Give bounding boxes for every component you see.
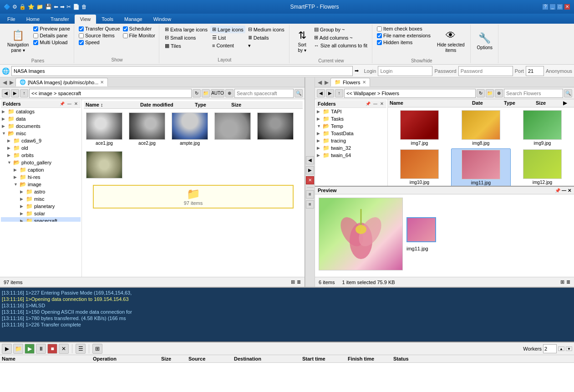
- flower-item-selected[interactable]: img11.jpg: [451, 148, 511, 186]
- tq-pause-btn[interactable]: ⏸: [36, 344, 46, 354]
- tool-icon-8[interactable]: ✂: [66, 4, 71, 10]
- multi-upload-checkbox[interactable]: Multi Upload: [32, 39, 71, 46]
- help-button[interactable]: ?: [542, 4, 549, 10]
- folder-item[interactable]: ▼ 📂 image: [1, 181, 81, 188]
- maximize-button[interactable]: □: [557, 4, 563, 10]
- right-panel-tab[interactable]: 📁 Flowers ✕: [330, 78, 370, 87]
- col-name[interactable]: Name ↕: [86, 102, 140, 107]
- right-up-btn[interactable]: ↑: [335, 89, 343, 97]
- file-monitor-input[interactable]: [123, 33, 128, 38]
- side-btn-2[interactable]: ≡: [306, 200, 314, 209]
- tq-btn-1[interactable]: ▶: [2, 344, 12, 354]
- col-date[interactable]: Date: [472, 100, 504, 106]
- folder-item[interactable]: ▶ 📁 hi-res: [1, 173, 81, 181]
- file-item[interactable]: ace1.jpg: [84, 111, 125, 148]
- tq-col-size[interactable]: Size: [161, 356, 188, 361]
- col-type[interactable]: Type: [504, 100, 536, 106]
- pin-btn[interactable]: 📌: [59, 102, 66, 106]
- left-refresh-btn[interactable]: ↻: [193, 89, 201, 97]
- multi-upload-input[interactable]: [33, 40, 38, 45]
- left-auto-btn[interactable]: AUTO: [211, 89, 224, 97]
- col-date[interactable]: Date modified: [140, 102, 195, 107]
- folder-item[interactable]: ▶ 📁 data: [1, 115, 81, 122]
- tool-icon-4[interactable]: 📁: [36, 4, 43, 10]
- folder-item[interactable]: ▶ 📁 documents: [1, 122, 81, 130]
- file-item[interactable]: ampte.jpg: [169, 111, 210, 148]
- right-nav-prev[interactable]: ◀: [317, 79, 323, 86]
- tq-col-name[interactable]: Name: [2, 356, 93, 361]
- col-size[interactable]: Size: [536, 100, 563, 106]
- right-refresh-btn[interactable]: ↻: [477, 89, 485, 97]
- left-search-btn[interactable]: 🔍: [295, 89, 303, 97]
- tab-window[interactable]: Window: [148, 15, 177, 24]
- tq-col-source[interactable]: Source: [188, 356, 234, 361]
- folder-item[interactable]: ▶ 📁 tracing: [316, 137, 386, 144]
- left-path-input[interactable]: [29, 89, 192, 98]
- source-items-checkbox[interactable]: Source Items: [78, 32, 121, 39]
- tool-icon-7[interactable]: ➡: [60, 4, 65, 10]
- flower-item[interactable]: img8.jpg: [451, 109, 511, 147]
- file-item[interactable]: [212, 111, 253, 148]
- right-folder-btn[interactable]: 📁: [486, 89, 494, 97]
- left-panel-tab[interactable]: 🌐 [NASA Images] /pub/misc/pho... ✕: [15, 78, 108, 87]
- flower-item[interactable]: img12.jpg: [513, 148, 572, 186]
- right-forward-btn[interactable]: ▶: [326, 89, 334, 97]
- stop-btn[interactable]: ✕: [306, 176, 314, 184]
- speed-input[interactable]: [79, 40, 84, 45]
- tab-view[interactable]: View: [75, 15, 97, 24]
- folder-item[interactable]: ▶ 📁 ToastData: [316, 130, 386, 137]
- workers-down[interactable]: ▼: [566, 346, 572, 351]
- folder-item[interactable]: ▶ 📁 old: [1, 144, 81, 152]
- address-input[interactable]: [11, 66, 353, 76]
- right-path-input[interactable]: [344, 89, 476, 98]
- password-input[interactable]: [458, 66, 513, 76]
- folder-item[interactable]: ▶ 📁 caption: [1, 166, 81, 173]
- right-view-icon-2[interactable]: ≣: [566, 279, 570, 285]
- col-size[interactable]: Size: [231, 102, 259, 107]
- left-view-icon-2[interactable]: ≣: [297, 279, 301, 285]
- tq-col-finish[interactable]: Finish time: [348, 356, 393, 361]
- left-back-btn[interactable]: ◀: [2, 89, 10, 97]
- details-pane-checkbox[interactable]: Details pane: [32, 32, 71, 39]
- preview-min-btn[interactable]: —: [562, 188, 566, 193]
- col-type[interactable]: Type: [195, 102, 231, 107]
- right-tab-close[interactable]: ✕: [362, 80, 366, 85]
- tq-play-btn[interactable]: ▶: [25, 344, 35, 354]
- transfer-queue-input[interactable]: [79, 26, 84, 31]
- tq-more-btn[interactable]: ☰: [76, 344, 86, 354]
- folder-item[interactable]: ▶ 📁 twain_64: [316, 152, 386, 159]
- left-up-btn[interactable]: ↑: [20, 89, 28, 97]
- file-monitor-checkbox[interactable]: File Monitor: [122, 32, 156, 39]
- flower-item[interactable]: img7.jpg: [390, 109, 449, 147]
- workers-up[interactable]: ▲: [558, 346, 564, 351]
- tq-col-start[interactable]: Start time: [302, 356, 348, 361]
- tq-view-btn[interactable]: ⊞: [92, 344, 102, 354]
- scheduler-checkbox[interactable]: Scheduler: [122, 25, 156, 32]
- folder-item[interactable]: ▼ 📂 Temp: [316, 122, 386, 130]
- left-view-icon-1[interactable]: ⊞: [291, 279, 295, 285]
- preview-pane-checkbox[interactable]: Preview pane: [32, 25, 71, 32]
- tq-col-op[interactable]: Operation: [93, 356, 161, 361]
- layout-expand-btn[interactable]: ▾: [246, 42, 286, 50]
- tool-icon-3[interactable]: ⭐: [28, 4, 35, 10]
- collapse-btn[interactable]: —: [66, 102, 72, 106]
- speed-checkbox[interactable]: Speed: [78, 39, 121, 46]
- tab-tools[interactable]: Tools: [96, 15, 119, 24]
- right-search-input[interactable]: [504, 89, 563, 98]
- tool-icon-5[interactable]: 💾: [45, 4, 52, 10]
- add-columns-btn[interactable]: ⊞ Add columns ~: [312, 34, 369, 41]
- tool-icon-10[interactable]: 🗑: [81, 4, 87, 10]
- close-tree-btn[interactable]: ✕: [73, 102, 79, 106]
- extra-large-icons-btn[interactable]: ⊞ Extra large icons: [163, 25, 209, 33]
- folder-item[interactable]: ▼ 📂 misc: [1, 130, 81, 137]
- medium-icons-btn[interactable]: ⊟ Medium icons: [246, 25, 286, 33]
- tq-del-btn[interactable]: ✕: [59, 344, 69, 354]
- tq-col-status[interactable]: Status: [393, 356, 448, 361]
- left-folder-btn[interactable]: 📁: [202, 89, 210, 97]
- right-view-icon-1[interactable]: ⊞: [560, 279, 564, 285]
- list-btn[interactable]: ☰ List: [210, 34, 245, 41]
- right-back-btn[interactable]: ◀: [317, 89, 325, 97]
- options-btn[interactable]: 🔧 Options: [474, 25, 495, 57]
- tiles-btn[interactable]: ▦ Tiles: [163, 42, 209, 50]
- transfer-queue-checkbox[interactable]: Transfer Queue: [78, 25, 121, 32]
